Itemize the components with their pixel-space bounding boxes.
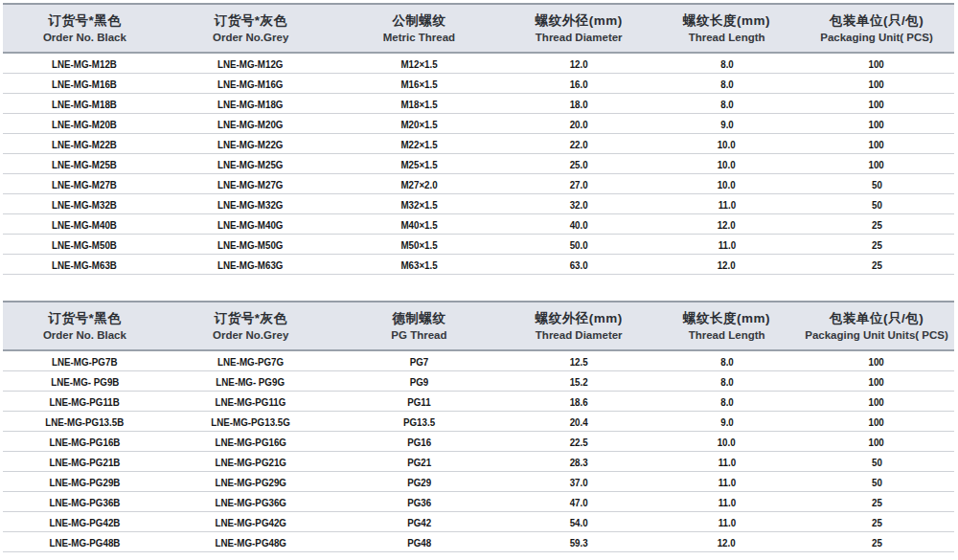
table-cell: 12.0 (654, 532, 799, 552)
cell-value: M12×1.5 (400, 58, 437, 70)
table-cell: M32×1.5 (335, 194, 504, 214)
table-cell: LNE-MG-PG29G (167, 472, 335, 492)
table-cell: 100 (799, 74, 954, 94)
table-cell: 100 (799, 94, 954, 114)
table-cell: 25 (799, 214, 954, 235)
cell-value: LNE-MG-PG7G (217, 356, 284, 368)
table-cell: LNE-MG-PG16G (167, 432, 335, 452)
table-row: LNE-MG-PG11BLNE-MG-PG11GPG1118.68.0100 (3, 392, 954, 412)
table-row: LNE-MG-M50BLNE-MG-M50GM50×1.550.011.025 (3, 235, 954, 255)
table-cell: 8.0 (654, 53, 799, 74)
table-cell: 100 (799, 53, 954, 74)
table-cell: PG36 (335, 492, 504, 512)
product-spec-catalog: 订货号*黑色 Order No. Black 订货号*灰色 Order No.G… (0, 0, 958, 552)
col-header-en: Order No.Grey (167, 31, 335, 45)
table-cell: LNE-MG-PG48B (3, 532, 167, 552)
table-cell: M50×1.5 (335, 235, 504, 255)
table-cell: LNE-MG-PG21B (3, 452, 167, 472)
cell-value: 16.0 (570, 78, 588, 90)
cell-value: 8.0 (720, 78, 734, 90)
cell-value: LNE-MG-PG36G (215, 497, 285, 508)
cell-value: M50×1.5 (400, 239, 437, 251)
table-cell: LNE-MG-PG36G (167, 492, 335, 512)
table-cell: 9.0 (654, 114, 799, 134)
cell-value: LNE-MG-PG13.5B (45, 416, 124, 428)
table-cell: LNE-MG-PG11B (3, 392, 167, 412)
cell-value: LNE-MG-PG29B (49, 477, 120, 488)
table-cell: 100 (799, 154, 954, 174)
cell-value: 22.5 (570, 437, 588, 448)
cell-value: 10.0 (718, 179, 736, 190)
col-header-thread-diameter: 螺纹外径(mm) Thread Diameter (503, 302, 654, 350)
cell-value: PG9 (410, 376, 429, 388)
col-header-zh: 螺纹外径(mm) (503, 310, 654, 326)
table-cell: 8.0 (654, 94, 799, 114)
pg-thread-table-body: LNE-MG-PG7BLNE-MG-PG7GPG712.58.0100LNE-M… (3, 350, 954, 552)
table-cell: 100 (799, 371, 954, 392)
col-header-thread-diameter: 螺纹外径(mm) Thread Diameter (503, 4, 654, 53)
col-header-zh: 螺纹长度(mm) (654, 310, 799, 326)
col-header-en: Thread Diameter (503, 31, 654, 45)
col-header-zh: 公制螺纹 (335, 12, 504, 29)
table-cell: LNE-MG-PG13.5G (167, 412, 335, 432)
cell-value: 9.0 (720, 119, 734, 130)
table-cell: LNE-MG-M20B (3, 114, 167, 134)
cell-value: LNE-MG-M12B (52, 58, 117, 70)
cell-value: LNE-MG-M40B (52, 219, 117, 231)
table-row: LNE-MG-M18BLNE-MG-M18GM18×1.518.08.0100 (3, 94, 954, 114)
cell-value: PG42 (407, 517, 431, 528)
table-cell: LNE-MG-M50B (3, 235, 167, 255)
cell-value: 100 (869, 119, 884, 130)
cell-value: LNE-MG-M22G (217, 139, 283, 150)
cell-value: 11.0 (718, 199, 735, 211)
table-cell: 15.2 (503, 371, 654, 392)
cell-value: 10.0 (718, 159, 736, 170)
table-cell: M20×1.5 (335, 114, 504, 134)
cell-value: LNE-MG-M27B (52, 179, 117, 190)
table-cell: LNE-MG-M12G (167, 53, 335, 74)
table-cell: M16×1.5 (335, 74, 504, 94)
col-header-en: Order No. Black (3, 328, 167, 343)
table-cell: LNE-MG-PG21G (167, 452, 335, 472)
table-cell: 10.0 (654, 134, 799, 154)
col-header-zh: 包装单位(只/包) (799, 12, 954, 29)
table-cell: LNE-MG-M22B (3, 134, 167, 154)
cell-value: LNE-MG- PG9G (217, 376, 285, 388)
table-cell: 11.0 (654, 492, 799, 512)
col-header-metric-thread: 公制螺纹 Metric Thread (335, 4, 504, 53)
col-header-en: PG Thread (335, 328, 504, 343)
table-row: LNE-MG-PG7BLNE-MG-PG7GPG712.58.0100 (3, 350, 954, 371)
table-cell: 11.0 (654, 452, 799, 472)
table-cell: PG11 (335, 392, 504, 412)
table-cell: LNE-MG-PG36B (3, 492, 167, 512)
table-cell: 47.0 (503, 492, 654, 512)
col-header-en: Metric Thread (335, 31, 504, 45)
table-cell: M12×1.5 (335, 53, 504, 74)
table-cell: 16.0 (503, 74, 654, 94)
cell-value: M25×1.5 (400, 159, 437, 170)
col-header-thread-length: 螺纹长度(mm) Thread Length (654, 4, 799, 53)
table-cell: 100 (799, 392, 954, 412)
table-cell: LNE-MG-M40G (167, 214, 335, 235)
cell-value: 100 (869, 437, 884, 448)
cell-value: 12.0 (718, 219, 736, 231)
pg-thread-table: 订货号*黑色 Order No. Black 订货号*灰色 Order No.G… (3, 301, 954, 552)
table-cell: LNE-MG-M32B (3, 194, 167, 214)
cell-value: PG48 (407, 537, 431, 549)
table-row: LNE-MG-PG29BLNE-MG-PG29GPG2937.011.050 (3, 472, 954, 492)
table-cell: 100 (799, 114, 954, 134)
col-header-en: Order No. Black (3, 31, 167, 45)
col-header-zh: 订货号*黑色 (3, 310, 167, 326)
table-cell: 8.0 (654, 74, 799, 94)
table-cell: 12.0 (654, 255, 799, 275)
cell-value: LNE-MG-M18G (217, 99, 283, 110)
cell-value: 25 (872, 497, 882, 508)
table-row: LNE-MG-PG16BLNE-MG-PG16GPG1622.510.0100 (3, 432, 954, 452)
table-cell: LNE-MG-M25G (167, 154, 335, 174)
cell-value: 8.0 (720, 376, 734, 388)
cell-value: 100 (869, 139, 884, 150)
col-header-en: Thread Length (654, 31, 799, 45)
col-header-order-no-black: 订货号*黑色 Order No. Black (3, 4, 167, 53)
table-cell: 37.0 (503, 472, 654, 492)
table-row: LNE-MG-M40BLNE-MG-M40GM40×1.540.012.025 (3, 214, 954, 235)
